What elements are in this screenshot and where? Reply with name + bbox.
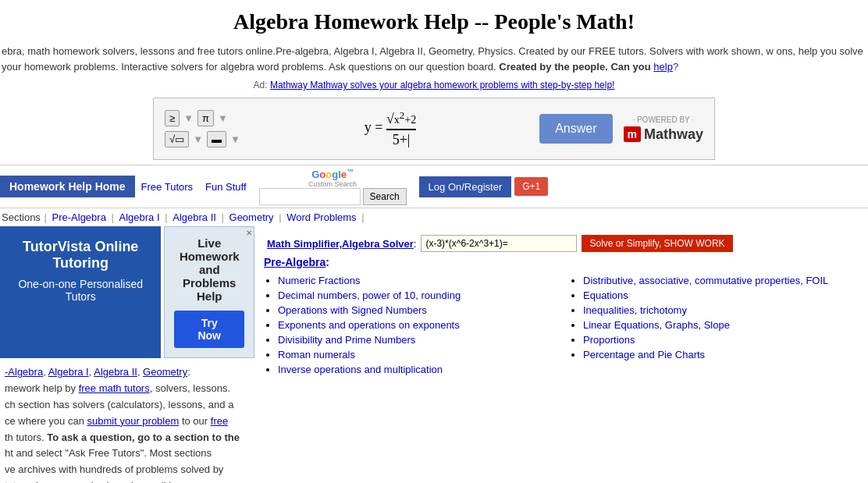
mathway-toolbar: ≥ ▼ π ▼ √▭ ▼ ▬ ▼: [165, 110, 241, 147]
list-item: Decimal numbers, power of 10, rounding: [278, 289, 557, 301]
try-now-button[interactable]: Try Now: [174, 311, 244, 348]
list-item: Roman numerals: [278, 349, 557, 360]
description-bar: ebra, math homework solvers, lessons and…: [0, 41, 868, 77]
pre-algebra-title-link[interactable]: Pre-Algebra: [264, 256, 326, 268]
ad-link[interactable]: Mathway Mathway solves your algebra home…: [270, 80, 615, 91]
list-item: Linear Equations, Graphs, Slope: [583, 319, 862, 331]
topic-link[interactable]: Roman numerals: [278, 349, 355, 360]
pi-btn[interactable]: π: [197, 110, 214, 126]
topics-right-list: Distributive, associative, commutative p…: [569, 275, 862, 360]
google-search-row: Search: [259, 188, 407, 205]
topic-link[interactable]: Linear Equations, Graphs, Slope: [583, 319, 730, 331]
list-item: Exponents and operations on exponents: [278, 319, 557, 331]
list-item: Distributive, associative, commutative p…: [583, 275, 862, 286]
list-item: Proportions: [583, 334, 862, 346]
solver-label: Math Simplifier,Algebra Solver:: [267, 238, 416, 250]
close-ad-icon[interactable]: ✕: [246, 229, 252, 237]
free-tutors-link[interactable]: Free Tutors: [135, 181, 199, 193]
list-item: Percentage and Pie Charts: [583, 349, 862, 360]
login-button[interactable]: Log On/Register: [419, 176, 512, 197]
left-text-p6: ve archives with hundreds of problems so…: [5, 462, 253, 478]
topic-link[interactable]: Equations: [583, 289, 628, 301]
topic-link[interactable]: Inverse operations and multiplication: [278, 364, 443, 375]
tutor-banner-title: TutorVista Online Tutoring: [9, 239, 151, 272]
topic-link[interactable]: Exponents and operations on exponents: [278, 319, 460, 331]
list-item: Numeric Fractions: [278, 275, 557, 286]
search-input[interactable]: [259, 188, 361, 205]
mathway-logo-text: Mathway: [644, 126, 703, 143]
description-text: ebra, math homework solvers, lessons and…: [2, 45, 863, 73]
tutor-banner: TutorVista Online Tutoring One-on-one Pe…: [0, 226, 161, 358]
left-text-p7: tutors. Lessons and solvers have all bee…: [5, 478, 253, 483]
list-item: Operations with Signed Numbers: [278, 304, 557, 316]
algebra2-nav-link[interactable]: Algebra II: [173, 211, 216, 223]
nav-bar: Homework Help Home Free Tutors Fun Stuff…: [0, 165, 868, 208]
algebra1-nav-link[interactable]: Algebra I: [119, 211, 160, 223]
frac-btn[interactable]: ▬: [207, 131, 226, 147]
left-panel: TutorVista Online Tutoring One-on-one Pe…: [0, 226, 258, 483]
pre-algebra-nav-link[interactable]: Pre-Algebra: [52, 211, 106, 223]
geometry-nav-link[interactable]: Geometry: [229, 211, 274, 223]
pre-algebra-text-link[interactable]: -Algebra: [5, 366, 43, 378]
sections-label: Sections: [2, 211, 41, 223]
topic-link[interactable]: Proportions: [583, 334, 635, 346]
solver-link[interactable]: Math Simplifier,Algebra Solver: [267, 238, 414, 250]
fun-stuff-link[interactable]: Fun Stuff: [199, 181, 253, 193]
topic-link[interactable]: Decimal numbers, power of 10, rounding: [278, 289, 461, 301]
description-bold: Created by the people. Can you: [499, 61, 650, 73]
solver-input[interactable]: [421, 235, 577, 252]
topic-link[interactable]: Inequalities, trichotomy: [583, 304, 687, 316]
left-text-p1: mework help by free math tutors, solvers…: [5, 381, 253, 397]
sections-nav: Sections | Pre-Algebra | Algebra I | Alg…: [0, 208, 868, 226]
google-search-area: Google™ Custom Search Search: [259, 168, 407, 205]
geq-btn[interactable]: ≥: [165, 110, 180, 126]
submit-problem-link[interactable]: submit your problem: [87, 415, 180, 427]
left-text-p3: ce where you can submit your problem to …: [5, 414, 253, 430]
algebra1-text-link[interactable]: Algebra I: [48, 366, 89, 378]
mathway-btn-row-1: ≥ ▼ π ▼: [165, 110, 241, 126]
left-text-p4: th tutors. To ask a question, go to a se…: [5, 430, 253, 446]
topic-link[interactable]: Numeric Fractions: [278, 275, 360, 286]
left-text: -Algebra, Algebra I, Algebra II, Geometr…: [0, 358, 258, 483]
solve-button[interactable]: Solve or Simplify, SHOW WORK: [582, 235, 732, 252]
free-math-tutors-link[interactable]: free math tutors: [79, 382, 150, 394]
mathway-btn-row-2: √▭ ▼ ▬ ▼: [165, 131, 241, 147]
left-text-p2: ch section has solvers (calculators), le…: [5, 397, 253, 414]
topic-link[interactable]: Divisibility and Prime Numbers: [278, 334, 415, 346]
topic-link[interactable]: Distributive, associative, commutative p…: [583, 275, 828, 286]
topics-left-col: Numeric Fractions Decimal numbers, power…: [264, 275, 557, 378]
powered-by-text: · POWERED BY ·: [624, 115, 703, 124]
gplus-button[interactable]: G+1: [514, 177, 548, 196]
list-item: Inequalities, trichotomy: [583, 304, 862, 316]
answer-button[interactable]: Answer: [539, 114, 612, 144]
ad-bar: Ad: Mathway Mathway solves your algebra …: [0, 77, 868, 93]
search-button[interactable]: Search: [363, 188, 407, 205]
custom-search-label: Custom Search: [308, 180, 357, 188]
mathway-logo-area: · POWERED BY · m Mathway: [624, 115, 703, 143]
topic-link[interactable]: Percentage and Pie Charts: [583, 349, 705, 360]
list-item: Equations: [583, 289, 862, 301]
free-tutors-text-link[interactable]: free: [211, 415, 228, 427]
page-title: Algebra Homework Help -- People's Math!: [0, 0, 868, 41]
nav-home-button[interactable]: Homework Help Home: [0, 176, 135, 197]
main-content: TutorVista Online Tutoring One-on-one Pe…: [0, 226, 868, 483]
help-link[interactable]: help: [653, 61, 673, 73]
sqrt-btn[interactable]: √▭: [165, 131, 189, 147]
ad-text: Ad:: [254, 80, 268, 91]
live-homework-title: Live Homework and Problems Help: [174, 236, 244, 303]
list-item: Inverse operations and multiplication: [278, 364, 557, 375]
ask-question-bold: To ask a question, go to a section to th…: [47, 432, 240, 443]
mathway-logo: m Mathway: [624, 126, 703, 143]
topics-grid: Numeric Fractions Decimal numbers, power…: [264, 275, 862, 378]
left-text-p5: ht and select "Ask Free Tutors". Most se…: [5, 446, 253, 462]
algebra2-text-link[interactable]: Algebra II: [94, 366, 137, 378]
google-logo: Google™: [311, 168, 354, 180]
topic-link[interactable]: Operations with Signed Numbers: [278, 304, 427, 316]
solver-bar: Math Simplifier,Algebra Solver: Solve or…: [264, 231, 862, 256]
topics-left-list: Numeric Fractions Decimal numbers, power…: [264, 275, 557, 375]
topics-right-col: Distributive, associative, commutative p…: [569, 275, 862, 378]
geometry-text-link[interactable]: Geometry: [143, 366, 187, 378]
word-problems-nav-link[interactable]: Word Problems: [286, 211, 356, 223]
tutor-banner-subtitle: One-on-one Personalised Tutors: [9, 278, 151, 303]
list-item: Divisibility and Prime Numbers: [278, 334, 557, 346]
